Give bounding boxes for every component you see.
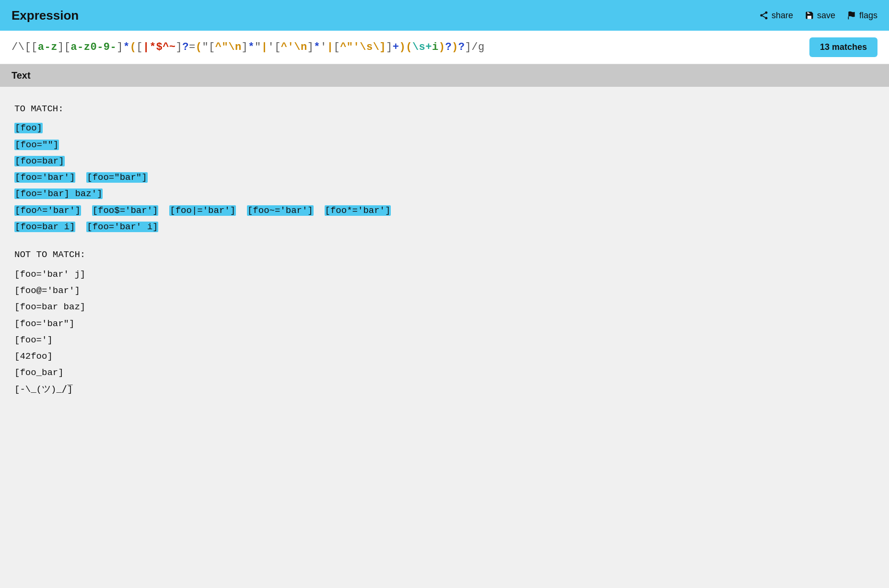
app-header: Expression share save flags [0, 0, 889, 31]
regex-backslash: \ [18, 41, 25, 53]
save-label: save [817, 11, 835, 21]
regex-slash: / [12, 41, 18, 53]
share-button[interactable]: share [759, 11, 793, 21]
regex-expression[interactable]: /\[[a-z][a-z0-9-]*([|*$^~]?=("[^"\n]*"|'… [12, 41, 485, 53]
list-item: [foo=bar] [14, 153, 875, 169]
regex-outer-bracket-open: [ [24, 41, 31, 53]
text-section-header: Text [0, 64, 889, 87]
regex-bar: /\[[a-z][a-z0-9-]*([|*$^~]?=("[^"\n]*"|'… [0, 31, 889, 64]
list-item: [foo^='bar'] [foo$='bar'] [foo|='bar'] [… [14, 203, 875, 218]
to-match-label: TO MATCH: [14, 101, 875, 117]
save-button[interactable]: save [805, 11, 835, 21]
flags-icon [847, 11, 856, 20]
list-item: [foo@='bar'] [14, 283, 875, 298]
list-item: [foo='bar'] [foo="bar"] [14, 170, 875, 185]
flags-label: flags [859, 11, 877, 21]
list-item: [foo=bar i] [foo='bar' i] [14, 219, 875, 235]
match-highlight: [foo='bar'] [14, 172, 75, 183]
svg-line-4 [762, 13, 765, 14]
save-icon [805, 11, 814, 20]
match-highlight: [foo*='bar'] [325, 205, 391, 216]
match-highlight: [foo] [14, 123, 43, 133]
list-item: [foo] [14, 120, 875, 136]
match-highlight: [foo='bar] baz'] [14, 188, 103, 199]
header-actions: share save flags [759, 11, 877, 21]
match-highlight: [foo^='bar'] [14, 205, 81, 216]
list-item: [-\_(ツ)_/̅] [14, 382, 875, 397]
list-item: [foo=bar baz] [14, 299, 875, 315]
match-highlight: [foo="bar"] [86, 172, 147, 183]
flags-button[interactable]: flags [847, 11, 877, 21]
match-highlight: [foo=bar i] [14, 222, 75, 232]
svg-point-2 [765, 17, 767, 19]
list-item: [foo='bar"] [14, 316, 875, 331]
list-item: [foo='] [14, 332, 875, 348]
match-highlight: [foo|='bar'] [169, 205, 236, 216]
svg-point-0 [765, 12, 767, 14]
list-item: [foo_bar] [14, 365, 875, 380]
text-content: TO MATCH: [foo] [foo=""] [foo=bar] [foo=… [0, 87, 889, 417]
list-item: [foo='bar] baz'] [14, 186, 875, 201]
svg-point-1 [760, 14, 762, 17]
share-label: share [772, 11, 793, 21]
regex-inner-bracket-open: [ [31, 41, 38, 53]
match-highlight: [foo=bar] [14, 156, 65, 166]
svg-line-3 [762, 16, 765, 17]
list-item: [foo=""] [14, 137, 875, 153]
app-title: Expression [12, 8, 79, 23]
share-icon [759, 11, 769, 20]
match-highlight: [foo='bar' i] [86, 222, 158, 232]
regex-az: a-z [38, 41, 58, 53]
match-highlight: [foo=""] [14, 140, 59, 150]
gap [14, 235, 875, 247]
match-highlight: [foo~='bar'] [247, 205, 314, 216]
not-to-match-label: NOT TO MATCH: [14, 247, 875, 262]
list-item: [42foo] [14, 349, 875, 364]
matches-badge: 13 matches [809, 37, 877, 57]
list-item: [foo='bar' j] [14, 267, 875, 282]
match-highlight: [foo$='bar'] [92, 205, 159, 216]
